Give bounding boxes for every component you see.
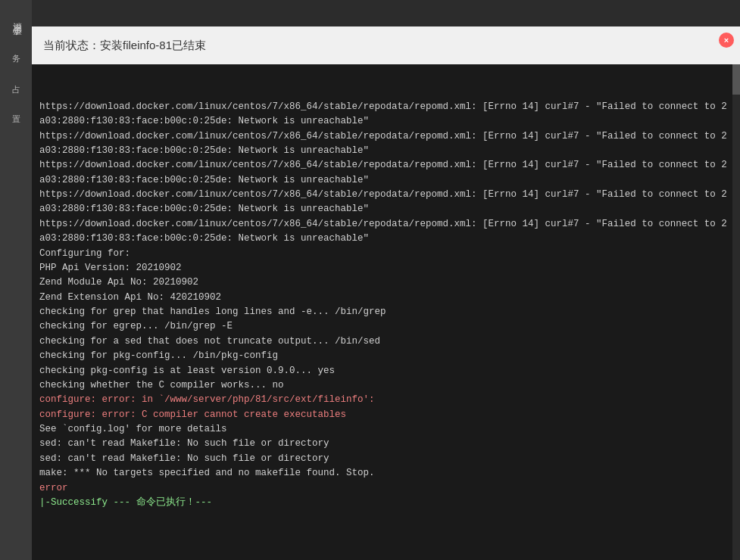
sidebar-item-1[interactable]: 占 <box>7 74 26 82</box>
terminal-line: https://download.docker.com/linux/centos… <box>39 100 732 129</box>
terminal-line: sed: can't read Makefile: No such file o… <box>39 452 732 466</box>
terminal-line: Zend Module Api No: 20210902 <box>39 275 732 290</box>
sidebar-item-2[interactable]: 置 <box>7 104 26 112</box>
close-icon: × <box>724 36 729 45</box>
terminal-line: https://download.docker.com/linux/centos… <box>39 129 732 159</box>
terminal-line: https://download.docker.com/linux/centos… <box>39 217 732 247</box>
terminal-line: See `config.log' for more details <box>39 422 732 437</box>
terminal-line: make: *** No targets specified and no ma… <box>39 466 732 481</box>
scrollbar-thumb[interactable] <box>732 64 740 95</box>
sidebar: 消息盒子 务 占 置 <box>0 0 32 560</box>
terminal-line: checking whether the C compiler works...… <box>39 378 732 393</box>
terminal-line: configure: error: in `/www/server/php/81… <box>39 393 732 407</box>
close-button[interactable]: × <box>719 33 734 48</box>
terminal-line: configure: error: C compiler cannot crea… <box>39 408 732 422</box>
dialog-status-text: 当前状态：安装fileinfo-81已结束 <box>43 39 206 53</box>
terminal-line: https://download.docker.com/linux/centos… <box>39 158 732 188</box>
terminal-line: PHP Api Version: 20210902 <box>39 261 732 275</box>
terminal-line: checking for grep that handles long line… <box>39 305 732 319</box>
sidebar-item-0[interactable]: 务 <box>7 44 26 51</box>
terminal-line: checking for pkg-config... /bin/pkg-conf… <box>39 349 732 363</box>
scrollbar-track <box>732 64 740 560</box>
terminal-line: Configuring for: <box>39 247 732 261</box>
terminal-line: checking pkg-config is at least version … <box>39 364 732 378</box>
sidebar-title: 消息盒子 <box>10 15 23 21</box>
terminal-line: |-Successify --- 命令已执行！--- <box>39 496 732 510</box>
main-dialog: 当前状态：安装fileinfo-81已结束 × https://download… <box>32 26 740 560</box>
terminal-line: sed: can't read Makefile: No such file o… <box>39 437 732 451</box>
terminal-line: checking for a sed that does not truncat… <box>39 334 732 349</box>
terminal-line: Zend Extension Api No: 420210902 <box>39 291 732 305</box>
terminal-line: https://download.docker.com/linux/centos… <box>39 188 732 217</box>
terminal-line: checking for egrep... /bin/grep -E <box>39 319 732 334</box>
terminal-line: error <box>39 481 732 496</box>
terminal-output: https://download.docker.com/linux/centos… <box>32 64 740 560</box>
dialog-title-bar: 当前状态：安装fileinfo-81已结束 × <box>32 26 740 64</box>
